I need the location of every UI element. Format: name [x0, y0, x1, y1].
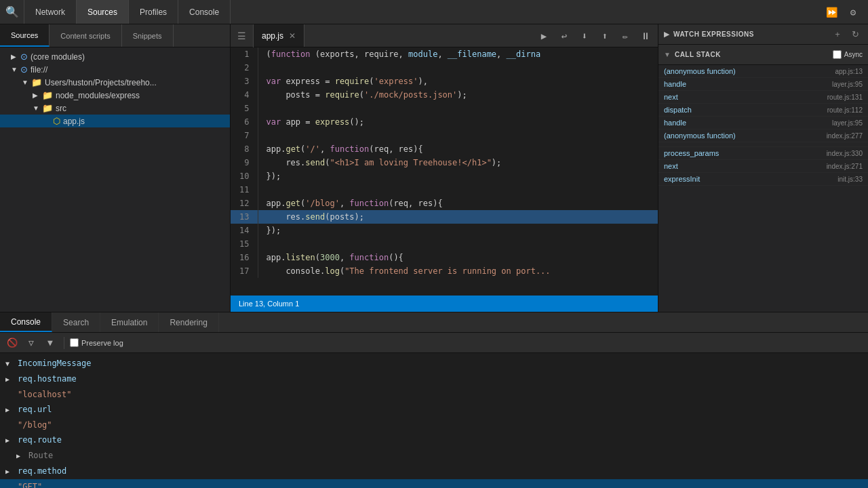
- toolbar-separator: [64, 337, 64, 349]
- call-stack-list: (anonymous function) app.js:13 handle la…: [658, 65, 868, 312]
- call-stack-item-2[interactable]: next route.js:131: [658, 91, 868, 104]
- search-icon[interactable]: 🔍: [0, 0, 24, 24]
- code-line-9: 9 res.send("<h1>I am loving Treehouse!</…: [231, 156, 658, 169]
- call-stack-item-8[interactable]: next index.js:271: [658, 160, 868, 173]
- console-row-route-key[interactable]: ▶ req.route: [0, 432, 868, 448]
- watch-chevron-icon: ▶: [664, 30, 669, 39]
- editor-tab-label: app.js: [262, 31, 283, 41]
- deactivate-breakpoints-button[interactable]: ↩: [555, 26, 574, 45]
- file-tree: ▶ ⊙ (core modules) ▼ ⊙ file:// ▼ 📁 Users…: [0, 47, 230, 312]
- route-object-label: Route: [28, 449, 53, 462]
- filter-dropdown-button[interactable]: ▼: [42, 335, 58, 351]
- code-line-1: 1 (function (exports, require, module, _…: [231, 47, 658, 61]
- code-line-14: 14 });: [231, 224, 658, 237]
- call-stack-item-5[interactable]: (anonymous function) index.js:277: [658, 129, 868, 142]
- pause-button[interactable]: ⏸: [636, 26, 655, 45]
- console-row-method-key[interactable]: ▶ req.method: [0, 464, 868, 479]
- nav-item-sources[interactable]: Sources: [77, 0, 129, 24]
- bottom-tab-console[interactable]: Console: [0, 312, 52, 332]
- left-panel: Sources Content scripts Snippets ▶ ⊙ (co…: [0, 24, 231, 312]
- close-tab-button[interactable]: ✕: [289, 31, 296, 41]
- expand-arrow-icon: ▶: [5, 466, 14, 478]
- bottom-tab-rendering[interactable]: Rendering: [159, 312, 218, 332]
- call-stack-item-0[interactable]: (anonymous function) app.js:13: [658, 65, 868, 78]
- code-line-2: 2: [231, 61, 658, 75]
- sub-tab-content-scripts[interactable]: Content scripts: [50, 24, 121, 47]
- code-line-17: 17 console.log("The frontend server is r…: [231, 264, 658, 278]
- code-area[interactable]: 1 (function (exports, require, module, _…: [231, 47, 658, 296]
- folder-icon-src: 📁: [42, 103, 53, 113]
- run-button[interactable]: ▶: [534, 26, 553, 45]
- async-checkbox[interactable]: Async: [833, 50, 863, 59]
- console-row-route-obj[interactable]: ▶ Route: [0, 448, 868, 464]
- editor-tab-appjs[interactable]: app.js ✕: [254, 24, 304, 47]
- console-row-method-val[interactable]: "GET": [0, 479, 868, 488]
- call-stack-item-4[interactable]: handle layer.js:95: [658, 117, 868, 129]
- sub-tab-snippets[interactable]: Snippets: [122, 24, 174, 47]
- call-stack-item-6[interactable]: [658, 142, 868, 147]
- tree-item-node-modules[interactable]: ▶ 📁 node_modules/express: [0, 89, 230, 102]
- call-stack-item-7[interactable]: process_params index.js:330: [658, 147, 868, 160]
- call-stack-chevron-icon: ▼: [664, 51, 671, 58]
- folder-icon-node: 📁: [42, 90, 53, 100]
- preserve-log-checkbox[interactable]: [70, 338, 79, 347]
- console-row-hostname-key[interactable]: ▶ req.hostname: [0, 371, 868, 387]
- toggle-sidebar-icon[interactable]: ☰: [231, 24, 254, 47]
- code-line-16: 16 app.listen(3000, function(){: [231, 251, 658, 264]
- step-into-button[interactable]: ⬆: [595, 26, 614, 45]
- nav-item-network[interactable]: Network: [24, 0, 77, 24]
- right-panel: ▶ Watch Expressions + ↻ ▼ Call Stack Asy…: [658, 24, 868, 312]
- bottom-tabs: Console Search Emulation Rendering: [0, 312, 868, 333]
- editor-controls: ▶ ↩ ⬇ ⬆ ✏ ⏸: [534, 26, 658, 45]
- code-line-11: 11: [231, 183, 658, 197]
- bottom-tab-emulation[interactable]: Emulation: [100, 312, 159, 332]
- sub-tab-sources[interactable]: Sources: [0, 24, 50, 47]
- console-row-hostname-val[interactable]: "localhost": [0, 387, 868, 402]
- call-stack-item-9[interactable]: expressInit init.js:33: [658, 173, 868, 186]
- add-watch-icon[interactable]: +: [830, 27, 845, 42]
- console-row-url-val[interactable]: "/blog": [0, 418, 868, 432]
- code-line-10: 10 });: [231, 169, 658, 183]
- call-stack-header[interactable]: ▼ Call Stack Async: [658, 45, 868, 65]
- watch-expressions-header[interactable]: ▶ Watch Expressions + ↻: [658, 24, 868, 45]
- settings-icon[interactable]: ⚙: [844, 3, 863, 22]
- code-line-6: 6 var app = express();: [231, 115, 658, 129]
- code-line-7: 7: [231, 129, 658, 142]
- filter-icon[interactable]: ▽: [23, 335, 39, 351]
- call-stack-item-3[interactable]: dispatch route.js:112: [658, 104, 868, 117]
- code-line-8: 8 app.get('/', function(req, res){: [231, 142, 658, 156]
- tree-item-file[interactable]: ▼ ⊙ file://: [0, 63, 230, 76]
- console-output: ▼ IncomingMessage ▶ req.hostname "localh…: [0, 353, 868, 488]
- code-line-4: 4 posts = require('./mock/posts.json');: [231, 88, 658, 102]
- tree-item-src[interactable]: ▼ 📁 src: [0, 102, 230, 115]
- center-panel: ☰ app.js ✕ ▶ ↩ ⬇ ⬆ ✏ ⏸ 1 (function (expo…: [231, 24, 658, 312]
- expand-arrow-icon: ▶: [5, 434, 14, 447]
- clear-console-button[interactable]: 🚫: [4, 335, 20, 351]
- expand-arrow-icon: ▶: [5, 404, 14, 416]
- console-value-blog: "/blog": [18, 419, 52, 431]
- call-stack-item-1[interactable]: handle layer.js:95: [658, 78, 868, 91]
- step-out-button[interactable]: ✏: [616, 26, 635, 45]
- async-checkbox-input[interactable]: [833, 50, 842, 59]
- nav-item-profiles[interactable]: Profiles: [129, 0, 178, 24]
- tree-item-core-modules[interactable]: ▶ ⊙ (core modules): [0, 50, 230, 63]
- nav-item-console[interactable]: Console: [178, 0, 231, 24]
- bottom-tab-search[interactable]: Search: [52, 312, 100, 332]
- code-line-5: 5: [231, 102, 658, 115]
- folder-icon-users: 📁: [31, 77, 42, 87]
- tree-item-users[interactable]: ▼ 📁 Users/huston/Projects/treeho...: [0, 76, 230, 89]
- console-row-url-key[interactable]: ▶ req.url: [0, 402, 868, 418]
- step-over-button[interactable]: ⬇: [575, 26, 594, 45]
- main-area: Sources Content scripts Snippets ▶ ⊙ (co…: [0, 24, 868, 312]
- editor-tabs: ☰ app.js ✕ ▶ ↩ ⬇ ⬆ ✏ ⏸: [231, 24, 658, 47]
- expand-arrow-icon: ▶: [5, 373, 14, 386]
- refresh-watch-icon[interactable]: ↻: [848, 27, 863, 42]
- preserve-log-label[interactable]: Preserve log: [70, 338, 123, 347]
- console-row-incoming[interactable]: ▼ IncomingMessage: [0, 356, 868, 371]
- globe-icon: ⊙: [20, 52, 28, 62]
- async-label: Async: [844, 51, 863, 58]
- tree-item-appjs[interactable]: ⬡ app.js: [0, 115, 230, 127]
- watch-actions: + ↻: [830, 27, 863, 42]
- pause-script-icon[interactable]: ⏩: [822, 3, 841, 22]
- code-table: 1 (function (exports, require, module, _…: [231, 47, 658, 278]
